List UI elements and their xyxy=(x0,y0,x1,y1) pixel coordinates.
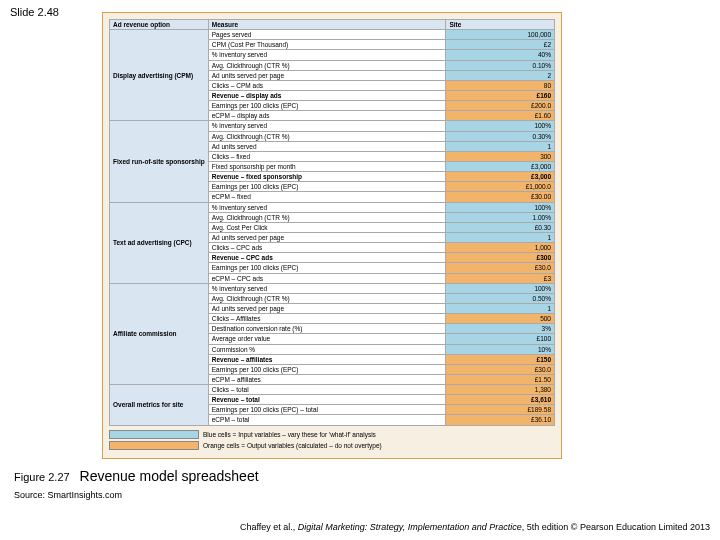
measure-cell: Clicks – CPC ads xyxy=(208,243,446,253)
measure-cell: Revenue – CPC ads xyxy=(208,253,446,263)
value-cell: £3,000 xyxy=(446,161,555,171)
slide-number: Slide 2.48 xyxy=(10,6,59,18)
measure-cell: % inventory served xyxy=(208,283,446,293)
measure-cell: Ad units served per page xyxy=(208,232,446,242)
value-cell: £3 xyxy=(446,273,555,283)
value-cell: £150 xyxy=(446,354,555,364)
measure-cell: % inventory served xyxy=(208,202,446,212)
figure-frame: Ad revenue option Measure Site Display a… xyxy=(102,12,562,459)
value-cell: 100% xyxy=(446,202,555,212)
figure-number: Figure 2.27 xyxy=(14,471,70,483)
measure-cell: eCPM – total xyxy=(208,415,446,425)
value-cell: 40% xyxy=(446,50,555,60)
value-cell: 300 xyxy=(446,151,555,161)
value-cell: 1 xyxy=(446,141,555,151)
measure-cell: Clicks – fixed xyxy=(208,151,446,161)
legend-blue-text: Blue cells = Input variables – vary thes… xyxy=(203,431,376,438)
measure-cell: % inventory served xyxy=(208,50,446,60)
figure-caption: Figure 2.27 Revenue model spreadsheet xyxy=(14,468,259,484)
measure-cell: Earnings per 100 clicks (EPC) xyxy=(208,182,446,192)
value-cell: £3,610 xyxy=(446,395,555,405)
value-cell: £1.50 xyxy=(446,374,555,384)
measure-cell: Avg. Cost Per Click xyxy=(208,222,446,232)
measure-cell: Clicks – Affiliates xyxy=(208,314,446,324)
value-cell: 1 xyxy=(446,303,555,313)
value-cell: £100 xyxy=(446,334,555,344)
value-cell: 80 xyxy=(446,80,555,90)
credit-suffix: , 5th edition © Pearson Education Limite… xyxy=(522,522,710,532)
table-row: Text ad advertising (CPC)% inventory ser… xyxy=(110,202,555,212)
value-cell: £30.00 xyxy=(446,192,555,202)
measure-cell: Average order value xyxy=(208,334,446,344)
measure-cell: Earnings per 100 clicks (EPC) – total xyxy=(208,405,446,415)
value-cell: 1,000 xyxy=(446,243,555,253)
legend-blue-swatch xyxy=(109,430,199,439)
value-cell: £160 xyxy=(446,90,555,100)
value-cell: £0.30 xyxy=(446,222,555,232)
value-cell: 100% xyxy=(446,283,555,293)
measure-cell: Avg. Clickthrough (CTR %) xyxy=(208,60,446,70)
measure-cell: Clicks – total xyxy=(208,385,446,395)
measure-cell: Earnings per 100 clicks (EPC) xyxy=(208,101,446,111)
credit-line: Chaffey et al., Digital Marketing: Strat… xyxy=(240,522,710,532)
measure-cell: Revenue – affiliates xyxy=(208,354,446,364)
value-cell: 1 xyxy=(446,232,555,242)
section-label: Overall metrics for site xyxy=(110,385,209,426)
value-cell: £36.10 xyxy=(446,415,555,425)
measure-cell: Revenue – display ads xyxy=(208,90,446,100)
measure-cell: Revenue – total xyxy=(208,395,446,405)
measure-cell: Earnings per 100 clicks (EPC) xyxy=(208,263,446,273)
value-cell: £189.58 xyxy=(446,405,555,415)
measure-cell: Ad units served per page xyxy=(208,303,446,313)
header-site: Site xyxy=(446,20,555,30)
measure-cell: CPM (Cost Per Thousand) xyxy=(208,40,446,50)
credit-prefix: Chaffey et al., xyxy=(240,522,298,532)
slide: Slide 2.48 Ad revenue option Measure Sit… xyxy=(0,0,720,540)
measure-cell: Ad units served xyxy=(208,141,446,151)
value-cell: £3,000 xyxy=(446,172,555,182)
header-ad-option: Ad revenue option xyxy=(110,20,209,30)
section-label: Text ad advertising (CPC) xyxy=(110,202,209,283)
value-cell: 2 xyxy=(446,70,555,80)
measure-cell: Fixed sponsorship per month xyxy=(208,161,446,171)
measure-cell: Avg. Clickthrough (CTR %) xyxy=(208,131,446,141)
measure-cell: Ad units served per page xyxy=(208,70,446,80)
value-cell: £1.60 xyxy=(446,111,555,121)
value-cell: £1,000.0 xyxy=(446,182,555,192)
table-row: Fixed run-of-site sponsorship% inventory… xyxy=(110,121,555,131)
value-cell: 500 xyxy=(446,314,555,324)
measure-cell: eCPM – display ads xyxy=(208,111,446,121)
table-row: Affiliate commission% inventory served10… xyxy=(110,283,555,293)
measure-cell: Revenue – fixed sponsorship xyxy=(208,172,446,182)
table-row: Overall metrics for siteClicks – total1,… xyxy=(110,385,555,395)
measure-cell: Pages served xyxy=(208,30,446,40)
spreadsheet-table: Ad revenue option Measure Site Display a… xyxy=(109,19,555,426)
table-row: Display advertising (CPM)Pages served100… xyxy=(110,30,555,40)
value-cell: 100,000 xyxy=(446,30,555,40)
measure-cell: Earnings per 100 clicks (EPC) xyxy=(208,364,446,374)
figure-source: Source: SmartInsights.com xyxy=(14,490,122,500)
value-cell: 0.30% xyxy=(446,131,555,141)
value-cell: 0.50% xyxy=(446,293,555,303)
header-measure: Measure xyxy=(208,20,446,30)
value-cell: 1.00% xyxy=(446,212,555,222)
legend-orange-text: Orange cells = Output variables (calcula… xyxy=(203,442,382,449)
credit-title: Digital Marketing: Strategy, Implementat… xyxy=(298,522,522,532)
measure-cell: Avg. Clickthrough (CTR %) xyxy=(208,212,446,222)
measure-cell: eCPM – affiliates xyxy=(208,374,446,384)
value-cell: 3% xyxy=(446,324,555,334)
legend: Blue cells = Input variables – vary thes… xyxy=(109,430,555,450)
value-cell: £300 xyxy=(446,253,555,263)
section-label: Fixed run-of-site sponsorship xyxy=(110,121,209,202)
measure-cell: Avg. Clickthrough (CTR %) xyxy=(208,293,446,303)
value-cell: £2 xyxy=(446,40,555,50)
measure-cell: Clicks – CPM ads xyxy=(208,80,446,90)
measure-cell: Destination conversion rate (%) xyxy=(208,324,446,334)
value-cell: £200.0 xyxy=(446,101,555,111)
value-cell: 0.10% xyxy=(446,60,555,70)
value-cell: 10% xyxy=(446,344,555,354)
legend-orange-swatch xyxy=(109,441,199,450)
figure-title: Revenue model spreadsheet xyxy=(80,468,259,484)
measure-cell: eCPM – CPC ads xyxy=(208,273,446,283)
measure-cell: Commission % xyxy=(208,344,446,354)
